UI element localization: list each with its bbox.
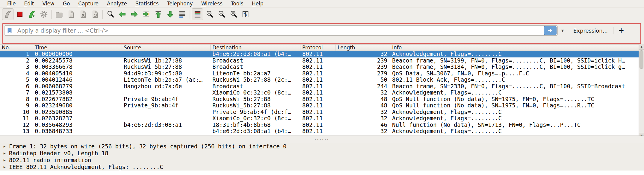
packet-row-1[interactable]: 10.000000000b4:e6:2d:d3:08:a1 (b4:…802.1… — [0, 51, 639, 57]
menu-go[interactable]: Go — [59, 0, 74, 7]
cell-source: b4:e6:2d:d3:08:a1 — [122, 122, 211, 128]
go-forward-button[interactable] — [129, 8, 140, 20]
cell-protocol: 802.11 — [300, 77, 336, 83]
packet-row-10[interactable]: 100.023590885Private_9b:ab:4f (dc:f…802.… — [0, 109, 639, 115]
cell-info: QoS Null function (No data), SN=1975, FN… — [390, 102, 639, 109]
column-header-source[interactable]: Source — [122, 45, 211, 51]
cell-protocol: 802.11 — [300, 83, 336, 90]
display-filter-input[interactable] — [15, 27, 544, 34]
detail-row-2[interactable]: ▶802.11 radio information — [0, 157, 644, 164]
capture-options-button[interactable] — [38, 8, 49, 20]
cell-time: 0.004005410 — [33, 70, 122, 77]
column-header-destination[interactable]: Destination — [211, 45, 300, 51]
cell-length: 32 — [336, 115, 390, 122]
packet-row-2[interactable]: 20.002245578RuckusWi_1b:27:88Broadcast80… — [0, 57, 639, 64]
menu-tools[interactable]: Tools — [227, 0, 248, 7]
cell-length: 32 — [336, 89, 390, 96]
menu-statistics[interactable]: Statistics — [131, 0, 163, 7]
menu-telephony[interactable]: Telephony — [163, 0, 197, 7]
packet-list-scrollbar[interactable]: ▲ ▼ — [639, 44, 644, 138]
detail-row-0[interactable]: ▶Frame 1: 32 bytes on wire (256 bits), 3… — [0, 143, 644, 150]
restart-capture-button[interactable] — [26, 8, 37, 20]
detail-text: IEEE 802.11 Acknowledgement, Flags: ....… — [9, 164, 163, 171]
expander-arrow-icon[interactable]: ▶ — [0, 157, 9, 164]
resize-columns-button[interactable] — [240, 8, 251, 20]
column-header-info[interactable]: Info — [390, 45, 639, 51]
cell-no: 8 — [0, 96, 33, 103]
packet-row-3[interactable]: 30.003366678RuckusWi_5b:27:88Broadcast80… — [0, 64, 639, 70]
column-header-no[interactable]: No. — [0, 45, 33, 51]
packet-row-7[interactable]: 70.021573808XiaomiCo_0c:32:c0 (8c:…802.1… — [0, 89, 639, 96]
cell-time: 0.036848733 — [33, 128, 122, 135]
expander-arrow-icon[interactable]: ▶ — [0, 164, 9, 171]
column-header-protocol[interactable]: Protocol — [300, 45, 336, 51]
add-filter-button[interactable]: + — [613, 26, 629, 35]
display-filter-field[interactable] — [4, 25, 558, 36]
filter-history-dropdown[interactable]: ▼ — [558, 25, 567, 36]
menu-bar: FileEditViewGoCaptureAnalyzeStatisticsTe… — [0, 0, 644, 7]
packet-row-5[interactable]: 50.004012446LiteonTe_bb:2a:a7 (ac:…Rucku… — [0, 77, 639, 83]
cell-protocol: 802.11 — [300, 51, 336, 57]
wireshark-window: FileEditViewGoCaptureAnalyzeStatisticsTe… — [0, 0, 644, 175]
menu-analyze[interactable]: Analyze — [103, 0, 131, 7]
menu-capture[interactable]: Capture — [74, 0, 103, 7]
find-packet-button[interactable] — [105, 8, 116, 20]
cell-info: Acknowledgement, Flags=........C — [390, 51, 639, 57]
go-to-packet-button[interactable] — [140, 8, 152, 20]
cell-length: 32 — [336, 109, 390, 115]
start-capture-icon — [4, 10, 12, 19]
restart-capture-icon — [28, 10, 36, 19]
cell-source — [122, 51, 211, 57]
detail-row-1[interactable]: ▶Radiotap Header v0, Length 18 — [0, 150, 644, 157]
go-to-bottom-button[interactable] — [164, 8, 176, 20]
column-header-time[interactable]: Time — [33, 45, 122, 51]
expander-arrow-icon[interactable]: ▶ — [0, 143, 9, 150]
packet-row-6[interactable]: 60.006068279Hangzhou_cd:7a:6eBroadcast80… — [0, 83, 639, 90]
cell-destination: RuckusWi_5b:27:88 — [211, 102, 300, 109]
cell-info: Beacon frame, SN=2330, FN=0, Flags=.....… — [390, 83, 639, 90]
detail-row-3[interactable]: ▶IEEE 802.11 Acknowledgement, Flags: ...… — [0, 164, 644, 171]
menu-view[interactable]: View — [38, 0, 58, 7]
colorize-button[interactable] — [192, 8, 203, 20]
menu-file[interactable]: File — [3, 0, 20, 7]
filter-bookmark-icon[interactable] — [6, 27, 15, 34]
cell-time: 0.023249680 — [33, 102, 122, 109]
packet-row-11[interactable]: 110.026328237XiaomiCo_0c:32:c0 (8c:…802.… — [0, 115, 639, 122]
apply-filter-button[interactable] — [544, 26, 557, 35]
go-back-button[interactable] — [117, 8, 128, 20]
close-file-button — [77, 8, 89, 20]
pane-splitter[interactable]: •••••• — [0, 136, 644, 143]
cell-length: 32 — [336, 51, 390, 57]
go-to-top-button[interactable] — [152, 8, 164, 20]
zoom-out-icon — [217, 10, 226, 19]
packet-row-12[interactable]: 120.035648293b4:e6:2d:d3:08:a118:31:bf:4… — [0, 122, 639, 128]
cell-source: LiteonTe_bb:2a:a7 (ac:… — [122, 77, 211, 83]
capture-options-icon — [40, 10, 48, 19]
menu-edit[interactable]: Edit — [20, 0, 38, 7]
expression-button[interactable]: Expression... — [567, 28, 613, 34]
packet-row-13[interactable]: 130.036848733b4:e6:2d:d3:08:a1 (b4:…802.… — [0, 128, 639, 135]
cell-info: 802.11 Block Ack, Flags=........C — [390, 77, 639, 83]
packet-row-8[interactable]: 80.022677882Private_9b:ab:4fRuckusWi_5b:… — [0, 96, 639, 103]
cell-no: 2 — [0, 57, 33, 64]
stop-capture-button[interactable] — [14, 8, 25, 20]
cell-protocol: 802.11 — [300, 122, 336, 128]
zoom-in-button[interactable] — [204, 8, 215, 20]
scroll-up-arrow-icon[interactable]: ▲ — [639, 44, 644, 50]
go-to-bottom-icon — [166, 10, 175, 19]
cell-no: 12 — [0, 122, 33, 128]
cell-info: QoS Null function (No data), SN=1975, FN… — [390, 96, 639, 103]
menu-help[interactable]: Help — [248, 0, 268, 7]
toolbar-separator — [102, 10, 103, 19]
menu-wireless[interactable]: Wireless — [197, 0, 227, 7]
packet-row-9[interactable]: 90.023249680Private_9b:ab:4fRuckusWi_5b:… — [0, 102, 639, 109]
auto-scroll-button[interactable] — [176, 8, 188, 20]
scrollbar-thumb[interactable] — [640, 50, 643, 69]
column-header-length[interactable]: Length — [336, 45, 390, 51]
zoom-reset-button[interactable] — [228, 8, 239, 20]
zoom-out-button[interactable] — [216, 8, 227, 20]
packet-row-4[interactable]: 40.00400541094:d9:b3:99:c5:80LiteonTe_bb… — [0, 70, 639, 77]
cell-time: 0.002245578 — [33, 57, 122, 64]
colorize-icon — [193, 10, 202, 19]
expander-arrow-icon[interactable]: ▶ — [0, 150, 9, 157]
